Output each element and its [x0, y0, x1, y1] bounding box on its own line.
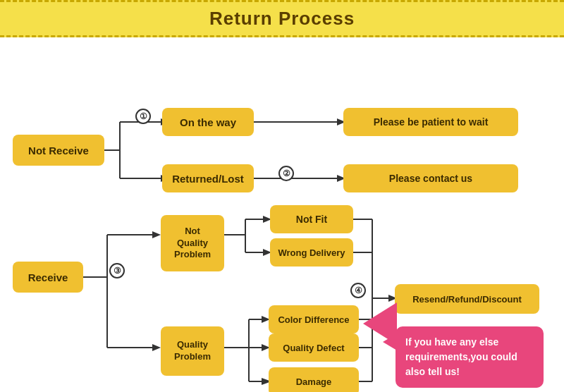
- speech-triangle: [363, 302, 398, 345]
- step-2: ②: [278, 166, 294, 181]
- svg-marker-39: [363, 302, 397, 345]
- please-contact-box: Please contact us: [343, 164, 518, 192]
- not-fit-box: Not Fit: [270, 205, 353, 233]
- quality-problem-box: QualityProblem: [161, 326, 224, 376]
- please-be-patient-box: Please be patient to wait: [343, 108, 518, 136]
- receive-box: Receive: [13, 262, 83, 293]
- svg-marker-13: [152, 231, 161, 238]
- damage-box: Damage: [269, 367, 359, 392]
- not-receive-box: Not Receive: [13, 135, 104, 166]
- resend-refund-box: Resend/Refund/Discount: [395, 284, 539, 314]
- step-1: ①: [135, 109, 151, 124]
- svg-marker-15: [152, 344, 161, 351]
- header: Return Process: [0, 0, 564, 37]
- returned-lost-box: Returned/Lost: [162, 164, 254, 192]
- step-4: ④: [350, 283, 366, 298]
- color-difference-box: Color Difference: [269, 305, 359, 333]
- speech-bubble: If you have any else requirements,you co…: [396, 326, 544, 388]
- main-diagram: ① ② ③ ④ Not Receive On the way Returned/…: [0, 37, 564, 392]
- not-quality-problem-box: NotQualityProblem: [161, 215, 224, 271]
- page-title: Return Process: [209, 8, 355, 29]
- step-3: ③: [109, 263, 125, 278]
- quality-defect-box: Quality Defect: [269, 333, 359, 362]
- on-the-way-box: On the way: [162, 108, 254, 136]
- wrong-delivery-box: Wrong Delivery: [270, 238, 353, 267]
